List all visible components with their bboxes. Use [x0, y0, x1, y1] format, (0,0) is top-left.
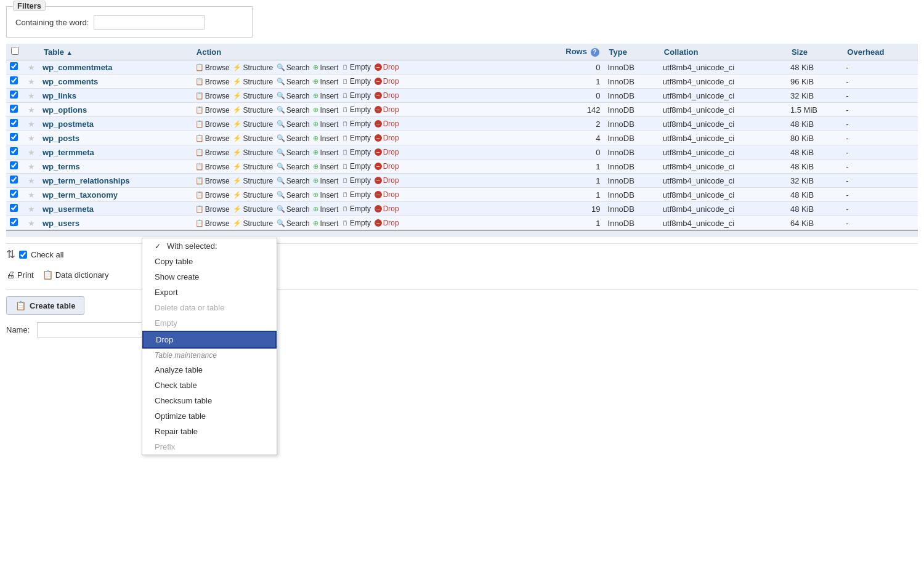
table-name-link-2[interactable]: wp_links [43, 91, 76, 100]
dropdown-drop[interactable]: Drop [142, 331, 277, 349]
row-checkbox-2[interactable] [10, 91, 18, 99]
filters-input[interactable] [94, 15, 205, 30]
dropdown-copy-table[interactable]: Copy table [142, 254, 277, 269]
select-inverse-icon[interactable]: ⇅ [6, 248, 15, 261]
table-name-link-1[interactable]: wp_comments [43, 77, 98, 86]
action-structure-5[interactable]: ⚡Structure [233, 134, 273, 143]
action-structure-3[interactable]: ⚡Structure [233, 106, 273, 115]
favorite-star-1[interactable]: ★ [28, 77, 35, 86]
action-structure-9[interactable]: ⚡Structure [233, 191, 273, 200]
action-structure-4[interactable]: ⚡Structure [233, 120, 273, 129]
action-insert-1[interactable]: ⊕Insert [313, 78, 338, 86]
table-name-link-10[interactable]: wp_usermeta [43, 204, 94, 214]
row-checkbox-9[interactable] [10, 190, 18, 198]
action-empty-6[interactable]: 🗒Empty [342, 148, 371, 156]
action-structure-8[interactable]: ⚡Structure [233, 177, 273, 185]
action-drop-10[interactable]: −Drop [375, 204, 399, 213]
check-all-header-checkbox[interactable] [11, 47, 19, 55]
data-dictionary-link[interactable]: 📋 Data dictionary [43, 270, 109, 280]
action-empty-3[interactable]: 🗒Empty [342, 105, 371, 114]
action-search-0[interactable]: 🔍Search [277, 63, 310, 72]
favorite-star-4[interactable]: ★ [28, 119, 35, 129]
action-drop-6[interactable]: −Drop [375, 148, 399, 156]
row-checkbox-8[interactable] [10, 176, 18, 184]
favorite-star-7[interactable]: ★ [28, 162, 35, 171]
dropdown-check-table[interactable]: Check table [142, 378, 277, 393]
action-search-2[interactable]: 🔍Search [277, 92, 310, 100]
action-empty-10[interactable]: 🗒Empty [342, 204, 371, 213]
dropdown-export[interactable]: Export [142, 285, 277, 300]
row-checkbox-1[interactable] [10, 76, 18, 84]
dropdown-repair-table[interactable]: Repair table [142, 424, 277, 439]
action-insert-11[interactable]: ⊕Insert [313, 219, 338, 228]
action-browse-2[interactable]: 📋Browse [195, 92, 230, 100]
action-insert-2[interactable]: ⊕Insert [313, 92, 338, 100]
action-browse-6[interactable]: 📋Browse [195, 148, 230, 157]
action-insert-8[interactable]: ⊕Insert [313, 177, 338, 185]
dropdown-analyze-table[interactable]: Analyze table [142, 362, 277, 378]
favorite-star-3[interactable]: ★ [28, 105, 35, 115]
action-drop-7[interactable]: −Drop [375, 162, 399, 171]
action-structure-7[interactable]: ⚡Structure [233, 163, 273, 171]
action-empty-1[interactable]: 🗒Empty [342, 77, 371, 86]
action-insert-9[interactable]: ⊕Insert [313, 191, 338, 200]
action-browse-1[interactable]: 📋Browse [195, 78, 230, 86]
action-insert-10[interactable]: ⊕Insert [313, 205, 338, 214]
action-insert-6[interactable]: ⊕Insert [313, 148, 338, 157]
action-empty-7[interactable]: 🗒Empty [342, 162, 371, 171]
dropdown-show-create[interactable]: Show create [142, 269, 277, 285]
row-checkbox-10[interactable] [10, 204, 18, 212]
table-name-link-6[interactable]: wp_termmeta [43, 148, 94, 157]
action-search-7[interactable]: 🔍Search [277, 163, 310, 171]
action-drop-11[interactable]: −Drop [375, 219, 399, 227]
row-checkbox-6[interactable] [10, 147, 18, 155]
check-all-label[interactable]: Check all [31, 250, 63, 259]
table-name-link-9[interactable]: wp_term_taxonomy [43, 190, 118, 200]
action-empty-5[interactable]: 🗒Empty [342, 134, 371, 142]
table-name-link-4[interactable]: wp_postmeta [43, 119, 94, 129]
favorite-star-9[interactable]: ★ [28, 190, 35, 200]
row-checkbox-3[interactable] [10, 105, 18, 113]
action-insert-0[interactable]: ⊕Insert [313, 63, 338, 72]
row-checkbox-7[interactable] [10, 161, 18, 169]
table-name-link-7[interactable]: wp_terms [43, 162, 80, 171]
col-header-table[interactable]: Table ▲ [39, 44, 192, 60]
action-browse-3[interactable]: 📋Browse [195, 106, 230, 115]
action-browse-11[interactable]: 📋Browse [195, 219, 230, 228]
table-name-link-0[interactable]: wp_commentmeta [43, 63, 112, 72]
action-search-11[interactable]: 🔍Search [277, 219, 310, 228]
favorite-star-0[interactable]: ★ [28, 63, 35, 72]
action-drop-4[interactable]: −Drop [375, 119, 399, 128]
row-checkbox-5[interactable] [10, 133, 18, 141]
action-structure-11[interactable]: ⚡Structure [233, 219, 273, 228]
action-empty-2[interactable]: 🗒Empty [342, 91, 371, 100]
action-browse-5[interactable]: 📋Browse [195, 134, 230, 143]
action-search-8[interactable]: 🔍Search [277, 177, 310, 185]
action-insert-5[interactable]: ⊕Insert [313, 134, 338, 143]
action-search-3[interactable]: 🔍Search [277, 106, 310, 115]
action-browse-10[interactable]: 📋Browse [195, 205, 230, 214]
action-drop-8[interactable]: −Drop [375, 176, 399, 185]
action-structure-1[interactable]: ⚡Structure [233, 78, 273, 86]
action-structure-0[interactable]: ⚡Structure [233, 63, 273, 72]
favorite-star-10[interactable]: ★ [28, 204, 35, 214]
create-table-name-input[interactable] [37, 322, 148, 337]
action-browse-8[interactable]: 📋Browse [195, 177, 230, 185]
row-checkbox-4[interactable] [10, 119, 18, 127]
action-structure-10[interactable]: ⚡Structure [233, 205, 273, 214]
action-structure-2[interactable]: ⚡Structure [233, 92, 273, 100]
action-empty-9[interactable]: 🗒Empty [342, 190, 371, 199]
action-browse-9[interactable]: 📋Browse [195, 191, 230, 200]
table-name-link-8[interactable]: wp_term_relationships [43, 176, 130, 185]
favorite-star-11[interactable]: ★ [28, 219, 35, 228]
dropdown-optimize-table[interactable]: Optimize table [142, 408, 277, 424]
action-empty-11[interactable]: 🗒Empty [342, 219, 371, 227]
create-table-button[interactable]: 📋 Create table [6, 296, 84, 315]
action-drop-9[interactable]: −Drop [375, 190, 399, 199]
action-search-5[interactable]: 🔍Search [277, 134, 310, 143]
action-insert-4[interactable]: ⊕Insert [313, 120, 338, 129]
action-search-10[interactable]: 🔍Search [277, 205, 310, 214]
table-name-link-5[interactable]: wp_posts [43, 134, 79, 143]
action-drop-5[interactable]: −Drop [375, 134, 399, 142]
action-empty-0[interactable]: 🗒Empty [342, 63, 371, 71]
